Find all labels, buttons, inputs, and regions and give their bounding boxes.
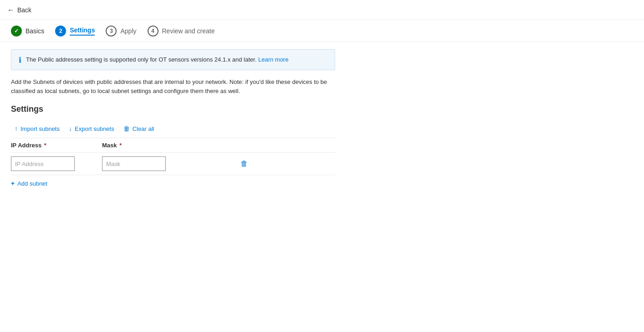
table-header: IP Address * Mask * — [11, 138, 335, 153]
step-basics-circle: ✓ — [11, 26, 22, 36]
action-cell: 🗑 — [239, 158, 335, 170]
clear-label: Clear all — [133, 125, 154, 132]
step-basics-label: Basics — [26, 27, 44, 35]
toolbar: Import subnets Export subnets 🗑 Clear al… — [11, 123, 335, 134]
step-settings[interactable]: 2 Settings — [55, 26, 106, 36]
info-banner-text: The Public addresses setting is supporte… — [26, 55, 288, 64]
section-title: Settings — [11, 104, 335, 114]
col-header-mask: Mask * — [102, 142, 239, 149]
col-header-ip: IP Address * — [11, 142, 102, 149]
description-text: Add the Subnets of devices with public a… — [11, 78, 335, 95]
info-icon: ℹ — [19, 56, 21, 64]
info-banner: ℹ The Public addresses setting is suppor… — [11, 49, 335, 70]
ip-required-star: * — [42, 142, 46, 149]
step-settings-circle: 2 — [55, 26, 66, 36]
step-review-label: Review and create — [162, 27, 215, 35]
subnets-table: IP Address * Mask * 🗑 — [11, 138, 335, 175]
step-apply-circle: 3 — [106, 26, 117, 36]
delete-row-button[interactable]: 🗑 — [239, 158, 250, 170]
top-nav: ← Back — [0, 0, 644, 20]
ip-address-input[interactable] — [11, 156, 75, 171]
clear-all-button[interactable]: 🗑 Clear all — [120, 123, 158, 134]
import-label: Import subnets — [20, 125, 60, 132]
step-basics[interactable]: ✓ Basics — [11, 26, 55, 36]
back-arrow-icon: ← — [7, 6, 15, 14]
add-subnet-label: Add subnet — [17, 180, 47, 187]
trash-icon: 🗑 — [123, 125, 130, 132]
export-icon — [69, 125, 72, 132]
export-label: Export subnets — [75, 125, 114, 132]
back-label: Back — [17, 6, 31, 14]
step-review-circle: 4 — [148, 26, 158, 36]
learn-more-link[interactable]: Learn more — [258, 56, 288, 63]
step-apply-label: Apply — [120, 27, 136, 35]
ip-address-cell — [11, 156, 102, 171]
step-settings-label: Settings — [70, 26, 95, 36]
export-subnets-button[interactable]: Export subnets — [65, 123, 118, 134]
mask-input[interactable] — [102, 156, 166, 171]
delete-row-icon: 🗑 — [240, 160, 248, 168]
back-button[interactable]: ← Back — [7, 6, 31, 14]
import-subnets-button[interactable]: Import subnets — [11, 123, 63, 134]
step-review[interactable]: 4 Review and create — [148, 26, 222, 36]
mask-cell — [102, 156, 239, 171]
wizard-steps: ✓ Basics 2 Settings 3 Apply 4 Review and… — [0, 20, 644, 42]
plus-icon: + — [11, 180, 15, 187]
add-subnet-button[interactable]: + Add subnet — [11, 175, 47, 192]
mask-required-star: * — [118, 142, 122, 149]
import-icon — [15, 125, 18, 132]
table-row: 🗑 — [11, 153, 335, 175]
main-content: ℹ The Public addresses setting is suppor… — [0, 42, 346, 199]
step-apply[interactable]: 3 Apply — [106, 26, 147, 36]
